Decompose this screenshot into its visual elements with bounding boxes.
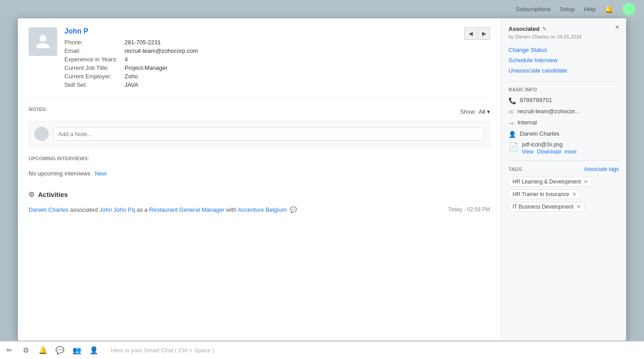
experience-label: Experience in Years: (64, 56, 118, 63)
show-all-dropdown[interactable]: All ▾ (479, 108, 490, 115)
activity-user-link[interactable]: Darwin Charles (29, 206, 68, 213)
basic-info-phone-value: 9789789701 (520, 97, 552, 103)
activity-comment-icon: 💬 (290, 206, 297, 213)
job-title-value: Project-Manager (125, 64, 198, 71)
activity-text: Darwin Charles associated John John Pq a… (29, 205, 297, 214)
candidate-header: John P Phone: 281-705-2231 Email: recrui… (29, 27, 490, 98)
phone-value: 281-705-2231 (125, 39, 198, 46)
person-icon[interactable]: 👤 (89, 346, 98, 355)
skill-label: Skill Set: (64, 81, 118, 88)
people-icon[interactable]: 👥 (72, 346, 81, 355)
close-button[interactable]: × (613, 23, 622, 32)
nav-prev-button[interactable]: ◀ (464, 27, 477, 40)
basic-info-file: 📄 pdf-icon@3x.png View Download more (508, 141, 619, 155)
associated-on: on 24.05.2016 (550, 34, 581, 39)
view-link[interactable]: View (522, 149, 534, 155)
change-status-link[interactable]: Change Status (508, 47, 619, 53)
interviews-label: UPCOMING INTERVIEWS: (29, 156, 490, 161)
navigation-arrows: ◀ ▶ (464, 27, 490, 40)
basic-info-phone: 📞 9789789701 (508, 97, 619, 104)
basic-info-type: ⇥ Internal (508, 119, 619, 127)
subscriptions-link[interactable]: Subscriptions (516, 6, 551, 13)
pdf-icon: 📄 (508, 142, 518, 152)
employer-label: Current Employer: (64, 73, 118, 80)
tags-header: TAGS Associate tags (508, 166, 619, 172)
pdf-info: pdf-icon@3x.png View Download more (522, 141, 577, 155)
email-icon: ✉ (508, 108, 514, 115)
unassociate-link[interactable]: Unassociate candidate (508, 67, 619, 74)
activity-action: associated (70, 206, 100, 213)
basic-info-owner-value: Darwin Charles (520, 130, 559, 137)
owner-icon: 👤 (508, 131, 516, 138)
tag-hr-learning-remove[interactable]: ✕ (584, 179, 588, 185)
activity-candidate-link[interactable]: John John Pq (99, 206, 135, 213)
more-link[interactable]: more (564, 149, 576, 155)
basic-info-email-value: recruit-team@zohocor... (517, 108, 580, 115)
no-interviews-text: No upcoming interviews (29, 170, 90, 177)
pdf-actions: View Download more (522, 149, 577, 155)
basic-info-type-value: Internal (517, 119, 537, 126)
tag-hr-trainer: HR Trainer in Insurance ✕ (508, 189, 580, 199)
help-link[interactable]: Help (584, 6, 596, 13)
modal-overlay: × John P Phone: 281-705-2231 Email: recr… (0, 18, 644, 341)
note-avatar (34, 127, 49, 141)
tags-title: TAGS (508, 167, 522, 172)
activity-company-prefix: with (226, 206, 238, 213)
candidate-details: John P Phone: 281-705-2231 Email: recrui… (64, 27, 198, 88)
nav-next-button[interactable]: ▶ (478, 27, 490, 40)
activities-title: ⊙ Activities (29, 190, 490, 198)
activity-role-link[interactable]: Restaurant General Manager (149, 206, 225, 213)
divider-2 (508, 160, 619, 161)
associated-header: Associated ✎ (508, 26, 619, 32)
tag-hr-trainer-label: HR Trainer in Insurance (513, 191, 569, 197)
phone-label: Phone: (64, 39, 118, 46)
divider (508, 81, 619, 81)
chat-icon[interactable]: 💬 (55, 346, 64, 355)
smart-chat-placeholder[interactable]: Here is your Smart Chat ( Ctrl + Space ) (111, 347, 640, 354)
gear-icon[interactable]: ⚙ (21, 346, 30, 355)
activities-section: ⊙ Activities Darwin Charles associated J… (29, 190, 490, 214)
associated-label: Associated (508, 26, 539, 32)
tags-list: HR Learning & Development ✕ HR Trainer i… (508, 177, 619, 214)
interviews-content: No upcoming interviews New (29, 166, 490, 181)
notifications-icon[interactable]: 🔔 (605, 5, 614, 13)
notes-header: NOTES: Show: All ▾ (29, 107, 490, 116)
note-input[interactable] (53, 128, 484, 141)
candidate-modal: × John P Phone: 281-705-2231 Email: recr… (18, 18, 626, 341)
tag-hr-learning: HR Learning & Development ✕ (508, 177, 592, 187)
setup-link[interactable]: Setup (559, 6, 575, 13)
activities-label: Activities (38, 191, 68, 198)
user-avatar[interactable] (623, 3, 635, 15)
chevron-down-icon: ▾ (487, 108, 490, 115)
pdf-filename: pdf-icon@3x.png (522, 141, 577, 148)
schedule-interview-link[interactable]: Schedule Interview (508, 57, 619, 64)
edit-icon[interactable]: ✎ (542, 26, 547, 32)
basic-info-title: BASIC INFO (508, 87, 619, 92)
candidate-info-grid: Phone: 281-705-2231 Email: recruit-team@… (64, 39, 198, 88)
modal-main-content: John P Phone: 281-705-2231 Email: recrui… (18, 18, 501, 341)
associated-meta: by Darwin Charles on 24.05.2016 (508, 34, 619, 39)
notes-section: NOTES: Show: All ▾ (29, 107, 490, 147)
activity-company-link[interactable]: Accenture Belgium (238, 206, 287, 213)
tag-hr-learning-label: HR Learning & Development (513, 179, 581, 185)
sidebar-panel: Associated ✎ by Darwin Charles on 24.05.… (501, 18, 626, 341)
notes-label: NOTES: (29, 107, 47, 112)
bell-icon[interactable]: 🔔 (38, 346, 47, 355)
email-value: recruit-team@zohocorp.com (125, 47, 198, 54)
associate-tags-link[interactable]: Associate tags (584, 166, 619, 172)
basic-info-owner: 👤 Darwin Charles (508, 130, 619, 138)
tag-hr-trainer-remove[interactable]: ✕ (572, 191, 576, 197)
tag-it-business-remove[interactable]: ✕ (576, 204, 581, 210)
interviews-section: UPCOMING INTERVIEWS: No upcoming intervi… (29, 156, 490, 181)
tag-it-business-label: IT Business Development (513, 204, 574, 210)
activity-time: Today - 02:58 PM (448, 205, 490, 214)
show-filter: Show: All ▾ (460, 108, 490, 115)
new-interview-link[interactable]: New (95, 170, 106, 177)
candidate-name: John P (64, 27, 198, 35)
candidate-avatar (29, 27, 57, 56)
activities-circle-icon: ⊙ (29, 190, 34, 198)
sidebar-actions: Change Status Schedule Interview Unassoc… (508, 47, 619, 74)
download-link[interactable]: Download (537, 149, 561, 155)
pencil-icon[interactable]: ✏ (4, 346, 13, 355)
job-title-label: Current Job Title: (64, 64, 118, 71)
